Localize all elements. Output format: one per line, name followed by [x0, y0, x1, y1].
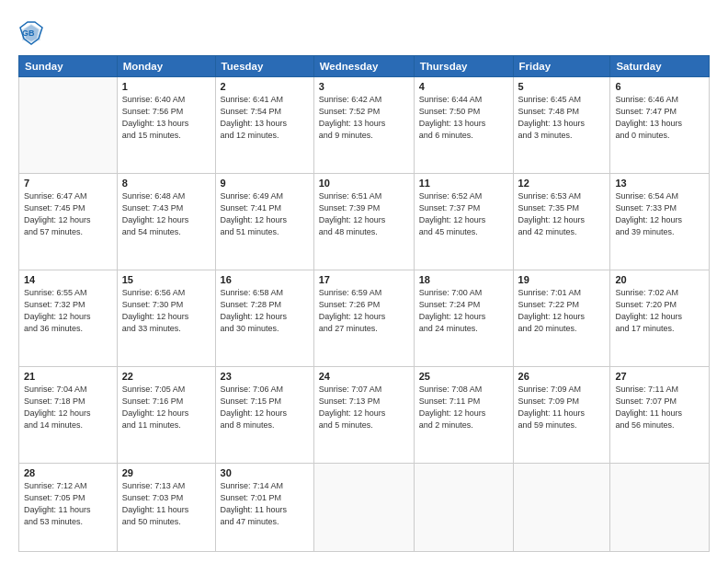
- weekday-header-thursday: Thursday: [414, 56, 513, 77]
- day-number: 5: [518, 81, 606, 92]
- calendar-cell: 5Sunrise: 6:45 AM Sunset: 7:48 PM Daylig…: [513, 77, 610, 174]
- day-number: 12: [518, 178, 606, 189]
- weekday-header-friday: Friday: [513, 56, 610, 77]
- calendar-cell: 10Sunrise: 6:51 AM Sunset: 7:39 PM Dayli…: [313, 173, 414, 270]
- day-info: Sunrise: 7:04 AM Sunset: 7:18 PM Dayligh…: [24, 384, 112, 431]
- day-number: 3: [319, 81, 409, 92]
- day-number: 27: [615, 371, 704, 382]
- day-number: 29: [122, 467, 210, 478]
- calendar-cell: 3Sunrise: 6:42 AM Sunset: 7:52 PM Daylig…: [313, 77, 414, 174]
- calendar-cell: 4Sunrise: 6:44 AM Sunset: 7:50 PM Daylig…: [414, 77, 513, 174]
- weekday-header-tuesday: Tuesday: [215, 56, 313, 77]
- calendar-cell: 28Sunrise: 7:12 AM Sunset: 7:05 PM Dayli…: [19, 463, 118, 551]
- calendar-cell: 21Sunrise: 7:04 AM Sunset: 7:18 PM Dayli…: [19, 366, 118, 463]
- day-number: 9: [221, 178, 309, 189]
- day-info: Sunrise: 7:09 AM Sunset: 7:09 PM Dayligh…: [518, 384, 606, 431]
- day-info: Sunrise: 7:11 AM Sunset: 7:07 PM Dayligh…: [615, 384, 704, 431]
- calendar-cell: 25Sunrise: 7:08 AM Sunset: 7:11 PM Dayli…: [414, 366, 513, 463]
- calendar-cell: 26Sunrise: 7:09 AM Sunset: 7:09 PM Dayli…: [513, 366, 610, 463]
- calendar-cell: 13Sunrise: 6:54 AM Sunset: 7:33 PM Dayli…: [610, 173, 710, 270]
- day-info: Sunrise: 6:44 AM Sunset: 7:50 PM Dayligh…: [419, 94, 508, 142]
- day-info: Sunrise: 6:47 AM Sunset: 7:45 PM Dayligh…: [24, 190, 112, 238]
- day-info: Sunrise: 7:06 AM Sunset: 7:15 PM Dayligh…: [221, 384, 309, 431]
- day-number: 4: [419, 81, 508, 92]
- day-info: Sunrise: 6:56 AM Sunset: 7:30 PM Dayligh…: [122, 287, 210, 335]
- day-number: 10: [319, 178, 409, 189]
- day-number: 11: [419, 178, 508, 189]
- calendar-cell: 20Sunrise: 7:02 AM Sunset: 7:20 PM Dayli…: [610, 270, 710, 366]
- day-number: 6: [615, 81, 704, 92]
- calendar-cell: 11Sunrise: 6:52 AM Sunset: 7:37 PM Dayli…: [414, 173, 513, 270]
- day-number: 14: [24, 274, 112, 285]
- calendar-cell: 9Sunrise: 6:49 AM Sunset: 7:41 PM Daylig…: [215, 173, 313, 270]
- calendar-cell: [313, 463, 414, 551]
- header: GB: [18, 17, 710, 46]
- calendar-cell: 2Sunrise: 6:41 AM Sunset: 7:54 PM Daylig…: [215, 77, 313, 174]
- day-info: Sunrise: 7:08 AM Sunset: 7:11 PM Dayligh…: [419, 384, 508, 431]
- calendar-cell: 15Sunrise: 6:56 AM Sunset: 7:30 PM Dayli…: [117, 270, 215, 366]
- calendar-cell: 12Sunrise: 6:53 AM Sunset: 7:35 PM Dayli…: [513, 173, 610, 270]
- day-number: 30: [221, 467, 309, 478]
- calendar-cell: [19, 77, 118, 174]
- calendar-cell: 14Sunrise: 6:55 AM Sunset: 7:32 PM Dayli…: [19, 270, 118, 366]
- day-number: 15: [122, 274, 210, 285]
- week-row-1: 1Sunrise: 6:40 AM Sunset: 7:56 PM Daylig…: [19, 77, 710, 174]
- weekday-header-wednesday: Wednesday: [313, 56, 414, 77]
- day-number: 16: [221, 274, 309, 285]
- day-info: Sunrise: 7:07 AM Sunset: 7:13 PM Dayligh…: [319, 384, 409, 431]
- day-number: 17: [319, 274, 409, 285]
- svg-text:GB: GB: [22, 29, 35, 38]
- day-info: Sunrise: 6:55 AM Sunset: 7:32 PM Dayligh…: [24, 287, 112, 335]
- day-info: Sunrise: 7:05 AM Sunset: 7:16 PM Dayligh…: [122, 384, 210, 431]
- day-number: 20: [615, 274, 704, 285]
- day-info: Sunrise: 6:41 AM Sunset: 7:54 PM Dayligh…: [221, 94, 309, 142]
- day-info: Sunrise: 6:40 AM Sunset: 7:56 PM Dayligh…: [122, 94, 210, 142]
- calendar-cell: 6Sunrise: 6:46 AM Sunset: 7:47 PM Daylig…: [610, 77, 710, 174]
- calendar-cell: 8Sunrise: 6:48 AM Sunset: 7:43 PM Daylig…: [117, 173, 215, 270]
- calendar-cell: [414, 463, 513, 551]
- day-number: 18: [419, 274, 508, 285]
- day-info: Sunrise: 6:51 AM Sunset: 7:39 PM Dayligh…: [319, 190, 409, 238]
- calendar-cell: 29Sunrise: 7:13 AM Sunset: 7:03 PM Dayli…: [117, 463, 215, 551]
- day-info: Sunrise: 7:00 AM Sunset: 7:24 PM Dayligh…: [419, 287, 508, 335]
- day-number: 25: [419, 371, 508, 382]
- calendar-cell: 24Sunrise: 7:07 AM Sunset: 7:13 PM Dayli…: [313, 366, 414, 463]
- week-row-5: 28Sunrise: 7:12 AM Sunset: 7:05 PM Dayli…: [19, 463, 710, 551]
- day-number: 23: [221, 371, 309, 382]
- day-number: 8: [122, 178, 210, 189]
- day-info: Sunrise: 6:49 AM Sunset: 7:41 PM Dayligh…: [221, 190, 309, 238]
- calendar-cell: [610, 463, 710, 551]
- day-number: 13: [615, 178, 704, 189]
- day-info: Sunrise: 6:59 AM Sunset: 7:26 PM Dayligh…: [319, 287, 409, 335]
- calendar-cell: [513, 463, 610, 551]
- day-number: 22: [122, 371, 210, 382]
- day-info: Sunrise: 6:48 AM Sunset: 7:43 PM Dayligh…: [122, 190, 210, 238]
- day-info: Sunrise: 7:01 AM Sunset: 7:22 PM Dayligh…: [518, 287, 606, 335]
- weekday-header-saturday: Saturday: [610, 56, 710, 77]
- calendar-cell: 18Sunrise: 7:00 AM Sunset: 7:24 PM Dayli…: [414, 270, 513, 366]
- calendar-cell: 22Sunrise: 7:05 AM Sunset: 7:16 PM Dayli…: [117, 366, 215, 463]
- day-number: 7: [24, 178, 112, 189]
- day-info: Sunrise: 6:45 AM Sunset: 7:48 PM Dayligh…: [518, 94, 606, 142]
- logo-icon: GB: [18, 20, 44, 46]
- day-info: Sunrise: 7:12 AM Sunset: 7:05 PM Dayligh…: [24, 480, 112, 528]
- day-info: Sunrise: 6:52 AM Sunset: 7:37 PM Dayligh…: [419, 190, 508, 238]
- week-row-2: 7Sunrise: 6:47 AM Sunset: 7:45 PM Daylig…: [19, 173, 710, 270]
- calendar-cell: 16Sunrise: 6:58 AM Sunset: 7:28 PM Dayli…: [215, 270, 313, 366]
- day-info: Sunrise: 6:53 AM Sunset: 7:35 PM Dayligh…: [518, 190, 606, 238]
- day-number: 21: [24, 371, 112, 382]
- calendar-cell: 17Sunrise: 6:59 AM Sunset: 7:26 PM Dayli…: [313, 270, 414, 366]
- day-number: 26: [518, 371, 606, 382]
- day-info: Sunrise: 7:02 AM Sunset: 7:20 PM Dayligh…: [615, 287, 704, 335]
- week-row-3: 14Sunrise: 6:55 AM Sunset: 7:32 PM Dayli…: [19, 270, 710, 366]
- day-number: 2: [221, 81, 309, 92]
- logo: GB: [18, 20, 48, 46]
- day-info: Sunrise: 6:42 AM Sunset: 7:52 PM Dayligh…: [319, 94, 409, 142]
- calendar-cell: 19Sunrise: 7:01 AM Sunset: 7:22 PM Dayli…: [513, 270, 610, 366]
- calendar-cell: 7Sunrise: 6:47 AM Sunset: 7:45 PM Daylig…: [19, 173, 118, 270]
- calendar-cell: 1Sunrise: 6:40 AM Sunset: 7:56 PM Daylig…: [117, 77, 215, 174]
- week-row-4: 21Sunrise: 7:04 AM Sunset: 7:18 PM Dayli…: [19, 366, 710, 463]
- day-info: Sunrise: 6:46 AM Sunset: 7:47 PM Dayligh…: [615, 94, 704, 142]
- day-number: 1: [122, 81, 210, 92]
- day-number: 24: [319, 371, 409, 382]
